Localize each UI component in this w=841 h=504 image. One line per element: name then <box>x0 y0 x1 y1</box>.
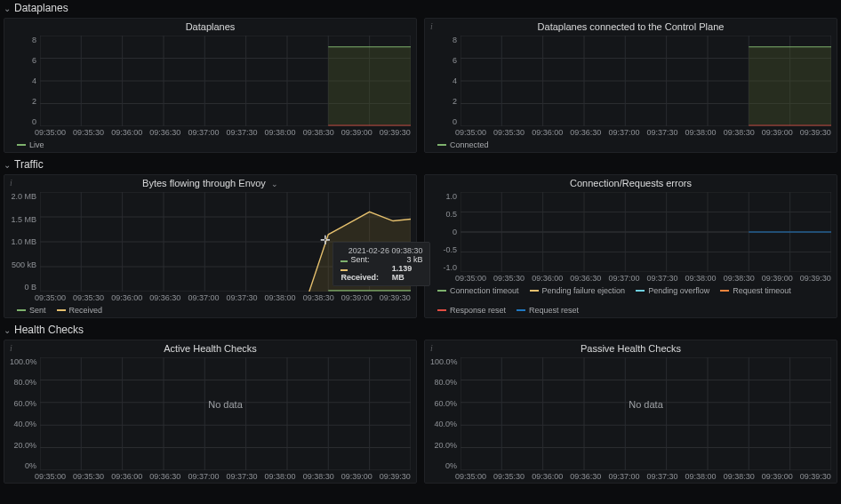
legend: Sent Received <box>4 304 416 317</box>
chart-area[interactable]: 8 6 4 2 0 <box>10 36 411 126</box>
ytick: 1.0 <box>430 192 457 201</box>
row-dataplanes: Dataplanes 8 6 4 2 0 <box>0 16 841 156</box>
xtick: 09:39:00 <box>762 472 793 481</box>
legend-swatch <box>437 144 446 146</box>
legend-swatch <box>437 309 446 311</box>
x-axis: 09:35:00 09:35:30 09:36:00 09:36:30 09:3… <box>4 472 416 483</box>
chevron-down-icon[interactable]: ⌄ <box>271 180 278 188</box>
legend-item[interactable]: Sent <box>17 306 46 315</box>
info-icon[interactable]: i <box>10 343 12 353</box>
x-axis: 09:35:00 09:35:30 09:36:00 09:36:30 09:3… <box>425 472 837 483</box>
x-axis: 09:35:00 09:35:30 09:36:00 09:36:30 09:3… <box>425 128 837 139</box>
xtick: 09:38:30 <box>303 293 334 302</box>
legend: Live <box>4 139 416 152</box>
legend-swatch <box>720 290 729 292</box>
legend-swatch <box>517 309 525 311</box>
ytick: -0.5 <box>430 245 457 254</box>
xtick: 09:38:30 <box>724 128 755 137</box>
ytick: 100.0% <box>10 357 36 366</box>
legend: Connection timeout Pending failure eject… <box>425 284 837 317</box>
xtick: 09:35:00 <box>35 293 66 302</box>
y-axis: 2.0 MB 1.5 MB 1.0 MB 500 kB 0 B <box>10 192 40 292</box>
panel-errors[interactable]: Connection/Requests errors 1.0 0.5 0 -0.… <box>424 174 837 318</box>
xtick: 09:37:30 <box>226 472 257 481</box>
legend-item[interactable]: Received <box>57 306 103 315</box>
ytick: 60.0% <box>10 399 36 408</box>
panel-bytes[interactable]: i Bytes flowing through Envoy ⌄ 2.0 MB 1… <box>4 174 417 318</box>
panel-title: i Dataplanes connected to the Control Pl… <box>425 19 837 34</box>
xtick: 09:38:00 <box>685 472 717 481</box>
ytick: 60.0% <box>430 399 457 408</box>
xtick: 09:38:30 <box>724 274 755 283</box>
svg-marker-15 <box>328 47 411 126</box>
plot <box>40 36 411 126</box>
xtick: 09:39:30 <box>380 472 411 481</box>
chart-area[interactable]: 1.0 0.5 0 -0.5 -1.0 <box>430 192 831 272</box>
xtick: 09:35:30 <box>73 472 104 481</box>
chart-svg <box>40 192 411 292</box>
legend-item[interactable]: Pending overflow <box>636 286 709 295</box>
xtick: 09:37:00 <box>608 274 639 283</box>
legend-swatch <box>437 290 446 292</box>
info-icon[interactable]: i <box>10 178 12 188</box>
panel-active-health[interactable]: i Active Health Checks 100.0% 80.0% 60.0… <box>4 340 417 484</box>
chart-svg <box>40 357 411 470</box>
x-axis: 09:35:00 09:35:30 09:36:00 09:36:30 09:3… <box>425 274 837 284</box>
chevron-down-icon: ⌄ <box>4 160 11 170</box>
chart-area[interactable]: 100.0% 80.0% 60.0% 40.0% 20.0% 0% <box>430 357 831 470</box>
y-axis: 100.0% 80.0% 60.0% 40.0% 20.0% 0% <box>10 357 40 470</box>
chart-area[interactable]: 2.0 MB 1.5 MB 1.0 MB 500 kB 0 B <box>10 192 411 292</box>
panel-connected[interactable]: i Dataplanes connected to the Control Pl… <box>424 18 837 153</box>
chart-area[interactable]: 100.0% 80.0% 60.0% 40.0% 20.0% 0% <box>10 357 411 470</box>
plot: No data <box>40 357 411 470</box>
plot: ✛ 2021-02-26 09:38:30 Sent: 3 kB Receive… <box>40 192 411 292</box>
xtick: 09:36:30 <box>149 128 180 137</box>
ytick: 8 <box>10 36 36 44</box>
ytick: 0 <box>10 117 36 126</box>
ytick: -1.0 <box>430 263 457 272</box>
xtick: 09:35:30 <box>73 128 104 137</box>
ytick: 20.0% <box>10 441 36 450</box>
section-title: Health Checks <box>14 324 84 336</box>
panel-passive-health[interactable]: i Passive Health Checks 100.0% 80.0% 60.… <box>424 340 837 484</box>
panel-dataplanes[interactable]: Dataplanes 8 6 4 2 0 <box>4 18 417 153</box>
svg-marker-47 <box>309 212 411 292</box>
svg-marker-31 <box>749 47 831 126</box>
info-icon[interactable]: i <box>430 21 433 31</box>
y-axis: 100.0% 80.0% 60.0% 40.0% 20.0% 0% <box>430 357 461 470</box>
xtick: 09:37:30 <box>226 128 257 137</box>
legend-item[interactable]: Request reset <box>517 306 579 315</box>
panel-title-text: Connection/Requests errors <box>570 178 692 188</box>
legend-item[interactable]: Response reset <box>437 306 506 315</box>
chevron-down-icon: ⌄ <box>4 325 11 335</box>
xtick: 09:38:00 <box>265 293 296 302</box>
xtick: 09:35:00 <box>35 128 66 137</box>
panel-title-text: Dataplanes <box>186 21 236 32</box>
legend-swatch <box>17 309 26 311</box>
legend-item[interactable]: Pending failure ejection <box>530 286 626 295</box>
x-axis: 09:35:00 09:35:30 09:36:00 09:36:30 09:3… <box>4 293 416 304</box>
chart-area[interactable]: 8 6 4 2 0 <box>430 36 831 126</box>
chart-svg <box>461 36 831 126</box>
legend-label: Connected <box>450 140 489 149</box>
legend-item[interactable]: Request timeout <box>720 286 791 295</box>
xtick: 09:37:30 <box>646 472 677 481</box>
xtick: 09:36:30 <box>570 472 601 481</box>
xtick: 09:39:30 <box>380 293 411 302</box>
ytick: 4 <box>430 76 457 85</box>
section-header-health[interactable]: ⌄ Health Checks <box>0 322 841 338</box>
section-header-traffic[interactable]: ⌄ Traffic <box>0 156 841 172</box>
section-header-dataplanes[interactable]: ⌄ Dataplanes <box>0 0 841 16</box>
legend-item[interactable]: Live <box>17 140 44 149</box>
info-icon[interactable]: i <box>430 343 433 353</box>
legend-item[interactable]: Connection timeout <box>437 286 519 295</box>
no-data-label: No data <box>629 399 663 410</box>
xtick: 09:35:30 <box>493 274 525 283</box>
xtick: 09:38:00 <box>685 128 717 137</box>
ytick: 0 <box>430 228 457 236</box>
xtick: 09:37:30 <box>226 293 257 302</box>
xtick: 09:37:00 <box>188 472 219 481</box>
legend-item[interactable]: Connected <box>437 140 489 149</box>
ytick: 8 <box>430 36 457 44</box>
xtick: 09:39:00 <box>762 128 793 137</box>
